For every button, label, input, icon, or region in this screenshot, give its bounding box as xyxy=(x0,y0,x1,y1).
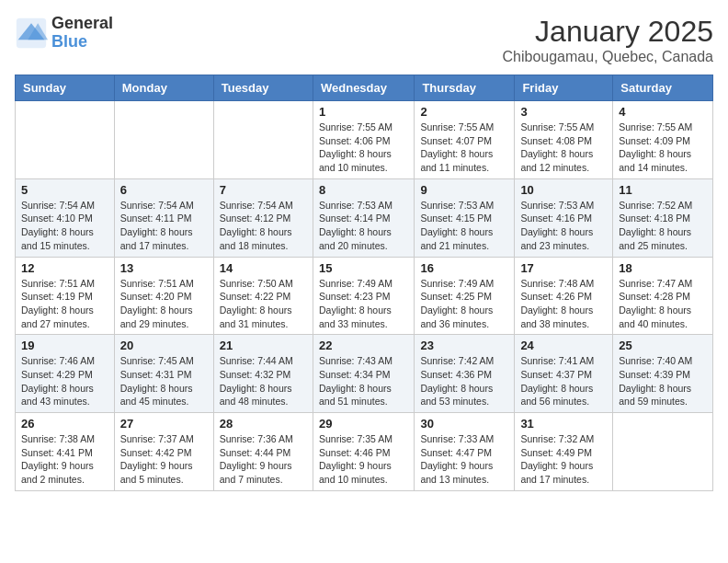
logo-blue: Blue xyxy=(51,33,113,52)
day-number: 29 xyxy=(319,417,408,431)
day-number: 19 xyxy=(21,339,108,352)
day-number: 30 xyxy=(420,417,508,431)
calendar-cell: 10Sunrise: 7:53 AM Sunset: 4:16 PM Dayli… xyxy=(515,178,613,257)
day-info: Sunrise: 7:51 AM Sunset: 4:20 PM Dayligh… xyxy=(120,277,208,331)
calendar-cell: 6Sunrise: 7:54 AM Sunset: 4:11 PM Daylig… xyxy=(114,178,213,257)
day-info: Sunrise: 7:53 AM Sunset: 4:15 PM Dayligh… xyxy=(420,199,508,253)
day-info: Sunrise: 7:35 AM Sunset: 4:46 PM Dayligh… xyxy=(319,432,408,487)
day-info: Sunrise: 7:51 AM Sunset: 4:19 PM Dayligh… xyxy=(21,277,108,331)
day-info: Sunrise: 7:53 AM Sunset: 4:14 PM Dayligh… xyxy=(319,199,408,253)
calendar-cell: 12Sunrise: 7:51 AM Sunset: 4:19 PM Dayli… xyxy=(16,257,115,335)
column-header-monday: Monday xyxy=(114,75,213,101)
calendar-cell: 14Sunrise: 7:50 AM Sunset: 4:22 PM Dayli… xyxy=(213,257,313,335)
calendar-cell xyxy=(213,101,313,179)
calendar-cell: 8Sunrise: 7:53 AM Sunset: 4:14 PM Daylig… xyxy=(313,178,414,257)
day-number: 3 xyxy=(520,105,607,119)
calendar-cell: 3Sunrise: 7:55 AM Sunset: 4:08 PM Daylig… xyxy=(515,101,613,179)
column-header-thursday: Thursday xyxy=(415,75,515,101)
calendar-cell: 4Sunrise: 7:55 AM Sunset: 4:09 PM Daylig… xyxy=(613,101,713,179)
column-header-wednesday: Wednesday xyxy=(313,75,414,101)
day-number: 18 xyxy=(619,261,707,275)
calendar-cell: 1Sunrise: 7:55 AM Sunset: 4:06 PM Daylig… xyxy=(313,101,414,179)
day-info: Sunrise: 7:49 AM Sunset: 4:23 PM Dayligh… xyxy=(319,277,408,331)
calendar-cell: 30Sunrise: 7:33 AM Sunset: 4:47 PM Dayli… xyxy=(415,413,515,491)
calendar-cell: 15Sunrise: 7:49 AM Sunset: 4:23 PM Dayli… xyxy=(313,257,414,335)
day-number: 16 xyxy=(420,261,508,275)
day-number: 4 xyxy=(619,105,707,119)
calendar-cell xyxy=(114,101,213,179)
calendar-week-row: 12Sunrise: 7:51 AM Sunset: 4:19 PM Dayli… xyxy=(16,257,713,335)
calendar-cell: 16Sunrise: 7:49 AM Sunset: 4:25 PM Dayli… xyxy=(415,257,515,335)
day-info: Sunrise: 7:38 AM Sunset: 4:41 PM Dayligh… xyxy=(21,432,108,487)
calendar-week-row: 19Sunrise: 7:46 AM Sunset: 4:29 PM Dayli… xyxy=(16,335,713,413)
day-number: 1 xyxy=(319,105,408,119)
day-info: Sunrise: 7:55 AM Sunset: 4:09 PM Dayligh… xyxy=(619,121,707,175)
day-info: Sunrise: 7:53 AM Sunset: 4:16 PM Dayligh… xyxy=(520,199,607,253)
day-info: Sunrise: 7:36 AM Sunset: 4:44 PM Dayligh… xyxy=(220,432,307,487)
calendar-cell xyxy=(16,101,115,179)
column-header-saturday: Saturday xyxy=(613,75,713,101)
calendar-table: SundayMondayTuesdayWednesdayThursdayFrid… xyxy=(15,75,713,491)
calendar-cell: 17Sunrise: 7:48 AM Sunset: 4:26 PM Dayli… xyxy=(515,257,613,335)
day-info: Sunrise: 7:43 AM Sunset: 4:34 PM Dayligh… xyxy=(319,354,408,408)
calendar-cell xyxy=(613,413,713,491)
page-header: General Blue January 2025 Chibougamau, Q… xyxy=(15,15,713,65)
day-info: Sunrise: 7:54 AM Sunset: 4:11 PM Dayligh… xyxy=(120,199,208,253)
day-info: Sunrise: 7:44 AM Sunset: 4:32 PM Dayligh… xyxy=(220,354,307,408)
title-section: January 2025 Chibougamau, Quebec, Canada xyxy=(503,15,714,65)
calendar-cell: 21Sunrise: 7:44 AM Sunset: 4:32 PM Dayli… xyxy=(213,335,313,413)
calendar-week-row: 5Sunrise: 7:54 AM Sunset: 4:10 PM Daylig… xyxy=(16,178,713,257)
day-info: Sunrise: 7:48 AM Sunset: 4:26 PM Dayligh… xyxy=(520,277,607,331)
calendar-cell: 9Sunrise: 7:53 AM Sunset: 4:15 PM Daylig… xyxy=(415,178,515,257)
day-info: Sunrise: 7:55 AM Sunset: 4:08 PM Dayligh… xyxy=(520,121,607,175)
logo-general: General xyxy=(51,15,113,33)
day-info: Sunrise: 7:50 AM Sunset: 4:22 PM Dayligh… xyxy=(220,277,307,331)
calendar-cell: 28Sunrise: 7:36 AM Sunset: 4:44 PM Dayli… xyxy=(213,413,313,491)
day-number: 27 xyxy=(120,417,208,431)
calendar-cell: 13Sunrise: 7:51 AM Sunset: 4:20 PM Dayli… xyxy=(114,257,213,335)
day-number: 14 xyxy=(220,261,307,275)
day-number: 23 xyxy=(420,339,508,352)
day-number: 28 xyxy=(220,417,307,431)
logo-text: General Blue xyxy=(51,15,113,52)
day-info: Sunrise: 7:40 AM Sunset: 4:39 PM Dayligh… xyxy=(619,354,707,408)
calendar-cell: 27Sunrise: 7:37 AM Sunset: 4:42 PM Dayli… xyxy=(114,413,213,491)
day-info: Sunrise: 7:33 AM Sunset: 4:47 PM Dayligh… xyxy=(420,432,508,487)
column-header-friday: Friday xyxy=(515,75,613,101)
day-number: 5 xyxy=(21,183,108,197)
calendar-cell: 18Sunrise: 7:47 AM Sunset: 4:28 PM Dayli… xyxy=(613,257,713,335)
calendar-cell: 24Sunrise: 7:41 AM Sunset: 4:37 PM Dayli… xyxy=(515,335,613,413)
day-number: 17 xyxy=(520,261,607,275)
calendar-cell: 25Sunrise: 7:40 AM Sunset: 4:39 PM Dayli… xyxy=(613,335,713,413)
day-number: 6 xyxy=(120,183,208,197)
day-number: 7 xyxy=(220,183,307,197)
day-number: 26 xyxy=(21,417,108,431)
column-header-sunday: Sunday xyxy=(16,75,115,101)
calendar-header-row: SundayMondayTuesdayWednesdayThursdayFrid… xyxy=(16,75,713,101)
calendar-cell: 5Sunrise: 7:54 AM Sunset: 4:10 PM Daylig… xyxy=(16,178,115,257)
calendar-week-row: 1Sunrise: 7:55 AM Sunset: 4:06 PM Daylig… xyxy=(16,101,713,179)
day-number: 22 xyxy=(319,339,408,352)
day-number: 10 xyxy=(520,183,607,197)
day-number: 21 xyxy=(220,339,307,352)
day-number: 20 xyxy=(120,339,208,352)
day-info: Sunrise: 7:54 AM Sunset: 4:12 PM Dayligh… xyxy=(220,199,307,253)
day-number: 8 xyxy=(319,183,408,197)
day-info: Sunrise: 7:37 AM Sunset: 4:42 PM Dayligh… xyxy=(120,432,208,487)
calendar-cell: 29Sunrise: 7:35 AM Sunset: 4:46 PM Dayli… xyxy=(313,413,414,491)
column-header-tuesday: Tuesday xyxy=(213,75,313,101)
day-info: Sunrise: 7:49 AM Sunset: 4:25 PM Dayligh… xyxy=(420,277,508,331)
calendar-cell: 31Sunrise: 7:32 AM Sunset: 4:49 PM Dayli… xyxy=(515,413,613,491)
day-number: 12 xyxy=(21,261,108,275)
month-title: January 2025 xyxy=(503,15,714,49)
day-info: Sunrise: 7:32 AM Sunset: 4:49 PM Dayligh… xyxy=(520,432,607,487)
calendar-cell: 19Sunrise: 7:46 AM Sunset: 4:29 PM Dayli… xyxy=(16,335,115,413)
day-number: 9 xyxy=(420,183,508,197)
day-info: Sunrise: 7:55 AM Sunset: 4:06 PM Dayligh… xyxy=(319,121,408,175)
day-number: 25 xyxy=(619,339,707,352)
calendar-cell: 22Sunrise: 7:43 AM Sunset: 4:34 PM Dayli… xyxy=(313,335,414,413)
day-info: Sunrise: 7:45 AM Sunset: 4:31 PM Dayligh… xyxy=(120,354,208,408)
location-title: Chibougamau, Quebec, Canada xyxy=(503,49,714,65)
day-number: 31 xyxy=(520,417,607,431)
day-info: Sunrise: 7:54 AM Sunset: 4:10 PM Dayligh… xyxy=(21,199,108,253)
